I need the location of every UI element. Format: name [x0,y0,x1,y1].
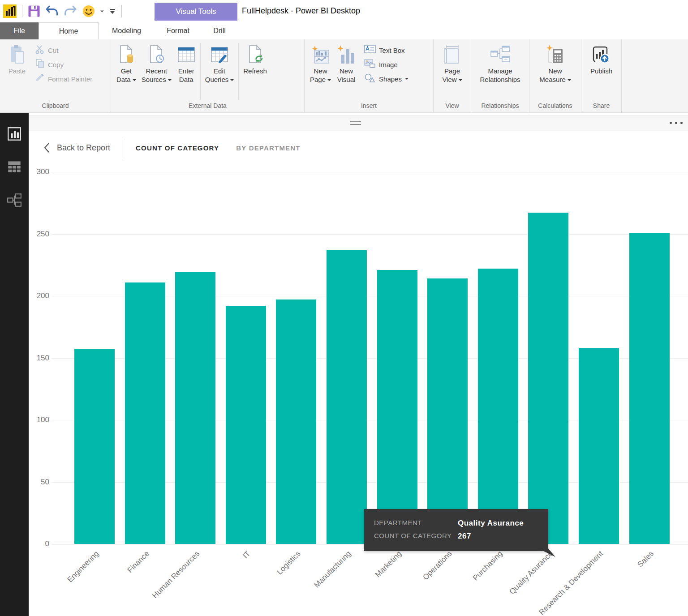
bar-logistics[interactable] [276,299,316,544]
x-category-label: Logistics [275,549,303,577]
y-axis-tick-label: 150 [29,354,49,363]
x-category-label: Finance [126,549,151,575]
ribbon: Paste Cut Copy Format Painter [0,39,688,113]
paste-icon [8,44,26,65]
tab-format[interactable]: Format [155,22,202,39]
new-visual-icon [336,44,356,65]
paste-button[interactable]: Paste [5,42,29,77]
model-view-button[interactable] [7,192,22,208]
page-view-button[interactable]: PageView [439,42,464,86]
enter-data-button[interactable]: EnterData [174,42,198,86]
report-canvas: Back to Report COUNT OF CATEGORY BY DEPA… [29,113,688,616]
group-label-relationships: Relationships [471,101,529,112]
ribbon-tab-row: File Home Modeling Format Drill [0,22,688,39]
ribbon-group-external-data: GetData RecentSources EnterData [111,39,305,112]
tab-home[interactable]: Home [39,22,99,39]
page-view-icon [443,44,462,65]
group-label-external-data: External Data [111,101,304,112]
y-axis-tick-label: 250 [29,230,49,239]
image-button[interactable]: Image [362,57,410,72]
bar-quality-asurance[interactable] [528,213,568,544]
x-category-label: IT [241,549,252,560]
group-label-view: View [434,101,471,112]
tab-modeling[interactable]: Modeling [99,22,155,39]
group-label-calculations: Calculations [529,101,581,112]
new-measure-icon [545,44,565,65]
bar-sales[interactable] [629,233,670,544]
visual-tools-contextual-tab[interactable]: Visual Tools [155,3,237,21]
get-data-button[interactable]: GetData [114,42,139,86]
cut-button[interactable]: Cut [33,43,94,57]
bar-it[interactable] [226,306,266,544]
quick-access-toolbar [0,4,123,19]
smile-dropdown-caret-icon[interactable] [100,10,104,12]
cut-icon [35,44,45,56]
format-painter-button[interactable]: Format Painter [33,72,94,86]
copy-icon [35,59,45,70]
x-category-label: Manufacturing [313,549,353,590]
shapes-button[interactable]: Shapes [362,72,410,86]
tooltip-value: Quality Asurance [458,519,524,528]
new-page-button[interactable]: NewPage [307,42,334,86]
ribbon-group-calculations: NewMeasure Calculations [529,39,581,112]
x-category-label: Purchasing [471,549,504,582]
tooltip-row: DEPARTMENT Quality Asurance [374,519,548,528]
tooltip-label: COUNT OF CATEGORY [374,532,458,541]
y-axis-tick-label: 100 [29,415,49,424]
x-category-label: Human Resources [151,549,202,600]
format-painter-icon [35,73,45,85]
get-data-icon [117,44,135,65]
bar-chart: 050100150200250300EngineeringFinanceHuma… [29,113,688,616]
edit-queries-button[interactable]: EditQueries [202,42,237,86]
group-inner-separator [238,43,239,100]
new-measure-button[interactable]: NewMeasure [537,42,573,86]
ribbon-group-insert: NewPage NewVisual Text Box Image [305,39,434,112]
publish-button[interactable]: Publish [588,42,615,77]
image-icon [364,59,376,70]
bar-marketing[interactable] [377,270,417,544]
data-view-button[interactable] [7,159,22,175]
dropdown-caret-icon [568,79,571,81]
manage-relationships-button[interactable]: ManageRelationships [477,42,523,86]
y-axis-tick-label: 200 [29,291,49,300]
report-view-button[interactable] [7,126,22,141]
x-category-label: Quality Asurance [508,549,555,596]
bar-purchasing[interactable] [478,269,518,544]
text-box-button[interactable]: Text Box [362,43,410,57]
tooltip-label: DEPARTMENT [374,519,458,528]
dropdown-caret-icon [327,79,331,81]
dropdown-caret-icon [133,79,136,81]
tab-drill[interactable]: Drill [202,22,237,39]
undo-button[interactable] [45,5,59,17]
redo-button[interactable] [63,5,77,17]
dropdown-caret-icon [168,79,172,81]
save-button[interactable] [27,4,41,18]
group-label-insert: Insert [305,101,433,112]
ribbon-group-share: Publish Share [581,39,622,112]
tooltip-row: COUNT OF CATEGORY 267 [374,532,548,541]
bar-operations[interactable] [427,278,468,544]
bar-finance[interactable] [125,282,165,544]
copy-button[interactable]: Copy [33,57,94,72]
send-a-smile-button[interactable] [82,4,96,18]
bar-manufacturing[interactable] [327,250,367,544]
new-visual-button[interactable]: NewVisual [334,42,359,86]
power-bi-logo-icon [3,4,17,19]
bar-human-resources[interactable] [175,272,215,544]
refresh-button[interactable]: Refresh [241,42,270,77]
publish-icon [591,44,611,65]
x-category-label: Marketing [374,549,404,579]
customize-toolbar-button[interactable] [108,7,116,15]
bar-engineering[interactable] [74,349,115,544]
x-category-label: Operations [421,549,454,582]
x-category-label: Sales [636,549,656,569]
ribbon-group-clipboard: Paste Cut Copy Format Painter [0,39,111,112]
group-inner-separator [200,43,201,100]
dropdown-caret-icon [459,79,462,81]
ribbon-group-relationships: ManageRelationships Relationships [471,39,529,112]
bar-research-development[interactable] [579,348,619,544]
tab-file[interactable]: File [0,22,39,39]
gridline [52,234,688,235]
recent-sources-button[interactable]: RecentSources [139,42,174,86]
ribbon-spacer [622,39,688,112]
